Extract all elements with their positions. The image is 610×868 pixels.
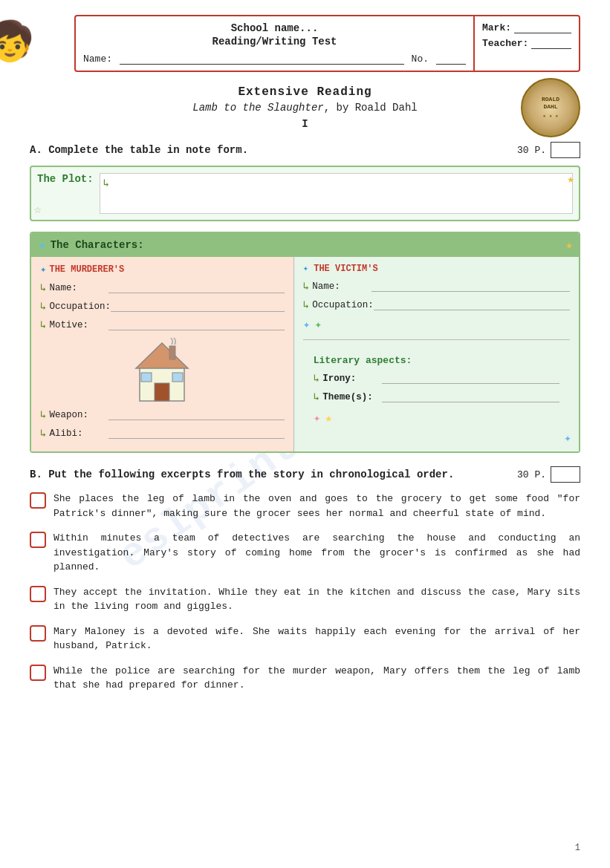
murderer-weapon-row: ↳ Weapon:	[40, 408, 285, 421]
murderer-pane: ✦ THE MURDERER'S ↳ Name: ↳ Occupation: ↳…	[31, 257, 294, 451]
svg-rect-4	[172, 373, 183, 382]
plot-box: The Plot: ↳ ★ ☆	[30, 166, 580, 221]
char-header-star-right: ★	[565, 238, 573, 252]
victim-title: ✦ THE VICTIM'S	[303, 263, 570, 274]
subtitle-rest: , by Roald Dahl	[324, 102, 418, 114]
excerpt-checkbox-4[interactable]	[30, 625, 46, 642]
subtitle-italic: Lamb to the Slaughter	[192, 102, 323, 114]
victim-bullet: ✦	[303, 264, 308, 274]
theme-row: ↳ Theme(s):	[314, 391, 559, 403]
section-b-score-box[interactable]	[551, 466, 580, 483]
mark-field[interactable]	[514, 23, 571, 33]
murderer-title: ✦ THE MURDERER'S	[40, 263, 285, 275]
victim-name-field[interactable]	[371, 281, 570, 292]
murderer-name-row: ↳ Name:	[40, 281, 285, 294]
excerpt-checkbox-2[interactable]	[30, 532, 46, 548]
victim-star-2: ✦	[314, 317, 322, 332]
roald-dahl-text: ROALDDAHL ★ ★ ★	[542, 96, 559, 120]
section-b-label: B. Put the following excerpts from the s…	[30, 469, 454, 480]
name-field[interactable]	[120, 54, 404, 65]
murderer-weapon-arrow: ↳	[40, 408, 46, 421]
murderer-motive-arrow: ↳	[40, 319, 46, 331]
excerpts-list: She places the leg of lamb in the oven a…	[30, 492, 580, 693]
excerpt-item-3: They accept the invitation. While they e…	[30, 585, 580, 614]
victim-name-label: Name:	[312, 281, 371, 292]
section-b-points: 30 P.	[517, 466, 580, 483]
murderer-occupation-label: Occupation:	[49, 301, 111, 312]
murderer-motive-field[interactable]	[108, 320, 284, 330]
header-main: School name... Reading/Writing Test Name…	[76, 16, 475, 71]
section-a-score-box[interactable]	[551, 142, 580, 158]
school-name: School name...	[83, 22, 466, 34]
excerpt-item-5: While the police are searching for the m…	[30, 664, 580, 693]
theme-label: Theme(s):	[322, 392, 382, 402]
excerpt-item-1: She places the leg of lamb in the oven a…	[30, 492, 580, 521]
right-pane: ✦ THE VICTIM'S ↳ Name: ↳ Occupation:	[294, 257, 579, 451]
plot-star-bl: ☆	[34, 202, 42, 217]
roman-numeral: I	[30, 118, 580, 130]
name-label: Name:	[83, 53, 112, 65]
victim-star-1: ✦	[303, 317, 311, 332]
literary-deco-stars: ✦ ★	[314, 411, 559, 425]
excerpt-checkbox-3[interactable]	[30, 586, 46, 602]
house-icon	[132, 337, 192, 404]
irony-label: Irony:	[322, 373, 382, 384]
test-title: Reading/Writing Test	[83, 36, 466, 48]
murderer-alibi-arrow: ↳	[40, 427, 46, 440]
murderer-star-br: ✦	[564, 431, 571, 446]
excerpt-checkbox-1[interactable]	[30, 492, 46, 509]
header-right: Mark: Teacher:	[475, 16, 579, 71]
excerpt-checkbox-5[interactable]	[30, 665, 46, 681]
plot-content[interactable]: ↳	[100, 173, 573, 214]
lit-star-2: ★	[325, 411, 332, 425]
victim-title-text: THE VICTIM'S	[314, 264, 377, 274]
literary-section: Literary aspects: ↳ Irony: ↳ Theme(s): ✦	[303, 347, 570, 433]
section-b-points-label: 30 P.	[517, 469, 546, 480]
murderer-weapon-field[interactable]	[108, 410, 284, 420]
theme-field[interactable]	[382, 392, 559, 402]
murderer-name-field[interactable]	[108, 283, 284, 293]
roald-dahl-badge: ROALDDAHL ★ ★ ★	[521, 78, 580, 137]
no-field[interactable]	[436, 54, 466, 65]
murderer-alibi-label: Alibi:	[49, 428, 108, 439]
victim-name-arrow: ↳	[303, 280, 309, 293]
characters-label: The Characters:	[51, 239, 144, 251]
header-box: School name... Reading/Writing Test Name…	[74, 15, 580, 72]
excerpt-text-1: She places the leg of lamb in the oven a…	[53, 492, 580, 521]
teacher-label: Teacher:	[482, 38, 528, 49]
murderer-occupation-field[interactable]	[111, 301, 285, 312]
literary-title: Literary aspects:	[314, 355, 559, 366]
characters-box: ✦ The Characters: ★ ✦ THE MURDERER'S ↳ N…	[30, 232, 580, 453]
murderer-name-label: Name:	[49, 283, 108, 293]
section-a-header: A. Complete the table in note form. 30 P…	[30, 142, 580, 158]
murderer-name-arrow: ↳	[40, 281, 46, 294]
murderer-occupation-arrow: ↳	[40, 300, 46, 313]
header-decoration: 🧒	[0, 7, 36, 82]
characters-header: ✦ The Characters: ★	[31, 233, 579, 257]
teacher-line: Teacher:	[482, 38, 571, 49]
murderer-occupation-row: ↳ Occupation:	[40, 300, 285, 313]
plot-label: The Plot:	[37, 173, 94, 185]
svg-marker-1	[136, 343, 188, 368]
page-number: 1	[575, 843, 580, 853]
irony-row: ↳ Irony:	[314, 372, 559, 385]
svg-rect-3	[141, 373, 152, 382]
murderer-title-text: THE MURDERER'S	[49, 264, 124, 275]
victim-occupation-row: ↳ Occupation:	[303, 298, 570, 311]
victim-occupation-label: Occupation:	[312, 300, 374, 310]
irony-field[interactable]	[382, 373, 559, 384]
section-a-points-label: 30 P.	[517, 145, 546, 156]
teacher-field[interactable]	[531, 39, 571, 49]
lit-star-1: ✦	[314, 411, 321, 425]
victim-occupation-arrow: ↳	[303, 298, 309, 311]
murderer-motive-label: Motive:	[49, 320, 108, 330]
victim-deco-stars: ✦ ✦	[303, 317, 570, 332]
subtitle: Lamb to the Slaughter, by Roald Dahl	[30, 102, 580, 114]
murderer-alibi-field[interactable]	[108, 428, 284, 439]
victim-occupation-field[interactable]	[374, 300, 570, 310]
murderer-motive-row: ↳ Motive:	[40, 319, 285, 331]
section-a-label: A. Complete the table in note form.	[30, 144, 248, 156]
svg-rect-2	[155, 383, 169, 401]
excerpt-text-3: They accept the invitation. While they e…	[53, 585, 580, 614]
svg-rect-5	[169, 346, 175, 359]
